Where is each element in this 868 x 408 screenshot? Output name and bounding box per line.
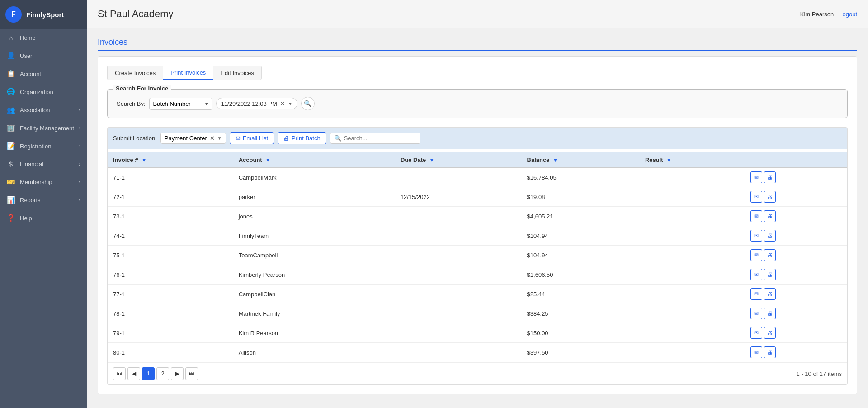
email-list-button[interactable]: ✉ Email List: [230, 132, 274, 144]
print-row-1-button[interactable]: 🖨: [764, 191, 776, 203]
page-info: 1 - 10 of 17 items: [797, 370, 842, 377]
tab-create[interactable]: Create Invoices: [107, 66, 163, 80]
email-row-9-button[interactable]: ✉: [750, 346, 762, 358]
cell-result-6: [640, 285, 745, 304]
facility-management-arrow-icon: ›: [79, 125, 80, 131]
sidebar-item-reports[interactable]: 📊 Reports ›: [0, 191, 87, 209]
print-row-2-button[interactable]: 🖨: [764, 210, 776, 222]
table-search-input[interactable]: [344, 135, 416, 142]
col-header-due_date: Due Date ▼: [395, 152, 522, 168]
reports-icon: 📊: [6, 196, 15, 204]
email-row-5-button[interactable]: ✉: [750, 269, 762, 280]
print-batch-button[interactable]: 🖨 Print Batch: [278, 132, 326, 144]
submit-location-label: Submit Location:: [113, 135, 157, 142]
search-button[interactable]: 🔍: [301, 97, 315, 110]
print-icon: 🖨: [283, 135, 289, 142]
cell-actions-4: ✉ 🖨: [745, 246, 847, 265]
print-row-4-button[interactable]: 🖨: [764, 249, 776, 261]
sidebar-item-registration[interactable]: 📝 Registration ›: [0, 137, 87, 155]
email-row-2-button[interactable]: ✉: [750, 210, 762, 222]
cell-account-6: CampbellClan: [233, 285, 395, 304]
cell-balance-6: $25.44: [522, 285, 640, 304]
location-clear-button[interactable]: ✕: [210, 135, 215, 142]
email-row-3-button[interactable]: ✉: [750, 230, 762, 242]
print-row-7-button[interactable]: 🖨: [764, 308, 776, 319]
sidebar-item-home[interactable]: ⌂ Home: [0, 29, 87, 47]
cell-account-0: CampbellMark: [233, 168, 395, 187]
logout-button[interactable]: Logout: [839, 11, 857, 18]
cell-balance-2: $4,605.21: [522, 207, 640, 226]
prev-page-button[interactable]: ◀: [127, 367, 140, 380]
print-row-9-button[interactable]: 🖨: [764, 346, 776, 358]
tab-print[interactable]: Print Invoices: [163, 66, 213, 80]
cell-result-1: [640, 187, 745, 207]
last-page-button[interactable]: ⏭: [185, 367, 198, 380]
page-header-title: St Paul Academy: [98, 8, 174, 20]
cell-actions-6: ✉ 🖨: [745, 285, 847, 304]
next-page-button[interactable]: ▶: [171, 367, 184, 380]
sidebar-item-organization[interactable]: 🌐 Organization: [0, 83, 87, 101]
pagination-controls: ⏮ ◀ 1 2 ▶ ⏭: [113, 367, 198, 380]
sidebar-item-association[interactable]: 👥 Association ›: [0, 101, 87, 119]
print-row-0-button[interactable]: 🖨: [764, 171, 776, 183]
filter-due_date-icon[interactable]: ▼: [429, 157, 434, 163]
sidebar-item-financial[interactable]: $ Financial ›: [0, 155, 87, 173]
table-container: Submit Location: Payment Center ✕ ▼ ✉ Em…: [107, 127, 848, 385]
date-clear-button[interactable]: ✕: [280, 100, 285, 107]
user-name: Kim Pearson: [800, 11, 834, 18]
page-1-button[interactable]: 1: [142, 367, 155, 380]
sidebar-item-account[interactable]: 📋 Account: [0, 65, 87, 83]
tab-edit[interactable]: Edit Invoices: [213, 66, 262, 80]
sidebar-item-user[interactable]: 👤 User: [0, 47, 87, 65]
sidebar-label-financial: Financial: [20, 161, 74, 167]
cell-result-5: [640, 265, 745, 285]
print-row-3-button[interactable]: 🖨: [764, 230, 776, 242]
cell-duedate-8: [395, 323, 522, 343]
filter-account-icon[interactable]: ▼: [265, 157, 270, 163]
print-row-5-button[interactable]: 🖨: [764, 269, 776, 280]
location-select-wrap[interactable]: Payment Center ✕ ▼: [160, 133, 226, 144]
table-header: Invoice # ▼Account ▼Due Date ▼Balance ▼R…: [108, 152, 847, 168]
sidebar-label-membership: Membership: [20, 179, 74, 185]
search-date-input[interactable]: 11/29/2022 12:03 PM ✕ ▼: [216, 98, 297, 109]
col-header-result: Result ▼: [640, 152, 745, 168]
print-row-6-button[interactable]: 🖨: [764, 288, 776, 300]
cell-balance-5: $1,606.50: [522, 265, 640, 285]
filter-balance-icon[interactable]: ▼: [553, 157, 558, 163]
filter-result-icon[interactable]: ▼: [666, 157, 671, 163]
table-row: 80-1 Allison $397.50 ✉ 🖨: [108, 343, 847, 362]
filter-invoice-icon[interactable]: ▼: [142, 157, 146, 163]
email-row-6-button[interactable]: ✉: [750, 288, 762, 300]
page-2-button[interactable]: 2: [156, 367, 169, 380]
organization-icon: 🌐: [6, 88, 15, 96]
email-row-1-button[interactable]: ✉: [750, 191, 762, 203]
email-row-0-button[interactable]: ✉: [750, 171, 762, 183]
email-row-4-button[interactable]: ✉: [750, 249, 762, 261]
invoices-card: Create InvoicesPrint InvoicesEdit Invoic…: [98, 56, 857, 394]
sidebar-logo[interactable]: F FinnlySport: [0, 0, 87, 29]
help-icon: ❓: [6, 214, 15, 222]
date-dropdown-button[interactable]: ▼: [288, 101, 292, 106]
table-body: 71-1 CampbellMark $16,784.05 ✉ 🖨 72-1 pa…: [108, 168, 847, 362]
search-by-select[interactable]: Batch NumberInvoice NumberAccountDue Dat…: [149, 98, 212, 110]
table-toolbar: Submit Location: Payment Center ✕ ▼ ✉ Em…: [108, 128, 847, 149]
email-row-7-button[interactable]: ✉: [750, 308, 762, 319]
print-row-8-button[interactable]: 🖨: [764, 327, 776, 339]
col-header-invoice: Invoice # ▼: [108, 152, 233, 168]
cell-account-5: Kimberly Pearson: [233, 265, 395, 285]
cell-account-7: Martinek Family: [233, 304, 395, 323]
cell-result-0: [640, 168, 745, 187]
pagination: ⏮ ◀ 1 2 ▶ ⏭ 1 - 10 of 17 items: [108, 362, 847, 384]
cell-invoice-8: 79-1: [108, 323, 233, 343]
registration-arrow-icon: ›: [79, 143, 80, 149]
sidebar-item-help[interactable]: ❓ Help: [0, 209, 87, 227]
first-page-button[interactable]: ⏮: [113, 367, 126, 380]
email-row-8-button[interactable]: ✉: [750, 327, 762, 339]
cell-actions-2: ✉ 🖨: [745, 207, 847, 226]
location-dropdown-button[interactable]: ▼: [217, 136, 222, 141]
cell-account-9: Allison: [233, 343, 395, 362]
sidebar-item-facility-management[interactable]: 🏢 Facility Management ›: [0, 119, 87, 137]
sidebar-label-facility-management: Facility Management: [20, 125, 74, 132]
cell-invoice-4: 75-1: [108, 246, 233, 265]
sidebar-item-membership[interactable]: 🎫 Membership ›: [0, 173, 87, 191]
